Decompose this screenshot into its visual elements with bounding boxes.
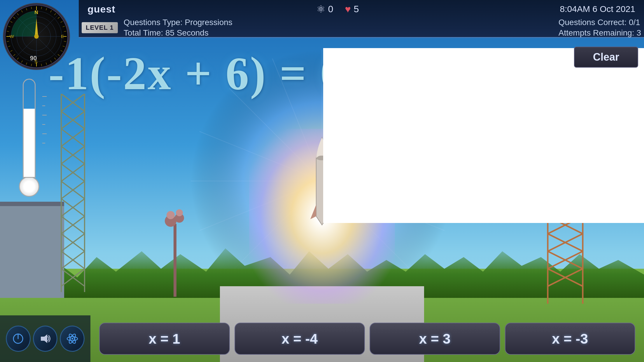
gauge-bulb (19, 176, 39, 197)
svg-text:90: 90 (30, 55, 37, 61)
questions-type-label: Questions Type: Progressions (124, 18, 232, 27)
gauge-tube (23, 79, 36, 178)
svg-rect-62 (174, 224, 176, 297)
xp-value: 0 (328, 4, 333, 15)
equation-text: -1(-2x + 6) = 0 (48, 47, 344, 101)
clear-button[interactable]: Clear (574, 47, 638, 68)
answer-btn-1[interactable]: x = -4 (235, 323, 365, 355)
svg-point-65 (167, 211, 175, 219)
svg-marker-120 (41, 334, 47, 343)
lives-icon: ♥ (345, 3, 351, 15)
total-time-label: Total Time: 85 Seconds (124, 28, 232, 38)
bottom-toolbar: x = 1 x = -4 x = 3 x = -3 (0, 315, 644, 362)
svg-text:N: N (34, 9, 38, 15)
xp-icon: ⚛ (316, 3, 325, 15)
answer-btn-0[interactable]: x = 1 (99, 323, 230, 355)
header-top: guest ⚛ 0 ♥ 5 8:04AM 6 Oct 2021 (79, 0, 644, 18)
svg-point-66 (176, 209, 183, 216)
answer-btn-2[interactable]: x = 3 (370, 323, 500, 355)
header-info-left: Questions Type: Progressions Total Time:… (124, 18, 232, 38)
power-button[interactable] (6, 326, 31, 352)
header-bottom: LEVEL 1 Questions Type: Progressions Tot… (79, 18, 644, 37)
building-roof (0, 202, 64, 206)
svg-point-117 (34, 34, 38, 38)
lamp-post (163, 209, 187, 298)
xp-stat: ⚛ 0 (316, 3, 333, 15)
building-left (0, 205, 64, 298)
atom-button[interactable] (60, 326, 85, 352)
lives-stat: ♥ 5 (345, 3, 359, 15)
svg-point-124 (71, 338, 73, 340)
svg-text:W: W (10, 34, 14, 39)
datetime-label: 8:04AM 6 Oct 2021 (560, 4, 636, 14)
username-label: guest (88, 3, 116, 15)
drawing-panel[interactable] (323, 48, 644, 223)
header: guest ⚛ 0 ♥ 5 8:04AM 6 Oct 2021 LEVEL 1 … (79, 0, 644, 38)
compass-outer: N S W E 90 (3, 3, 70, 70)
header-stats: ⚛ 0 ♥ 5 (316, 3, 359, 15)
attempts-remaining-label: Attempts Remaining: 3 (559, 28, 641, 38)
answer-buttons: x = 1 x = -4 x = 3 x = -3 (90, 323, 644, 355)
gauge-thermometer (18, 79, 41, 201)
toolbar-controls (0, 315, 90, 362)
header-info-right: Questions Correct: 0/1 Attempts Remainin… (559, 18, 641, 38)
tower-left (55, 94, 90, 292)
svg-text:E: E (61, 34, 64, 39)
equation-display: -1(-2x + 6) = 0 (79, 41, 314, 106)
compass: N S W E 90 (3, 3, 76, 76)
sound-button[interactable] (33, 326, 58, 352)
gauge-fill (24, 109, 34, 177)
questions-correct-label: Questions Correct: 0/1 (559, 18, 641, 27)
level-badge: LEVEL 1 (82, 22, 118, 33)
lives-value: 5 (354, 4, 359, 15)
answer-btn-3[interactable]: x = -3 (505, 323, 636, 355)
